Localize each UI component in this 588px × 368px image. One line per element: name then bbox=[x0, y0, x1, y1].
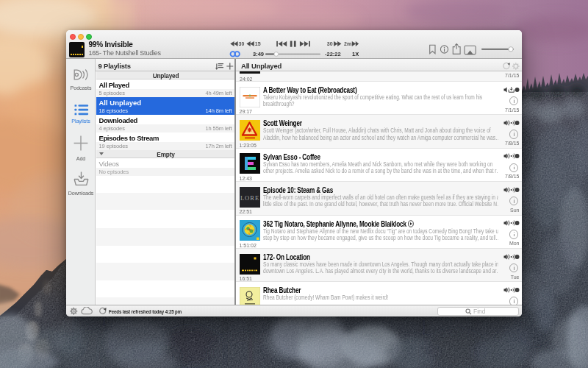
svg-text:30: 30 bbox=[327, 41, 333, 46]
svg-text:30: 30 bbox=[239, 41, 245, 46]
svg-text:1X: 1X bbox=[352, 51, 359, 57]
svg-text:3:49: 3:49 bbox=[253, 51, 264, 57]
svg-text:2m: 2m bbox=[344, 41, 351, 46]
svg-text:15: 15 bbox=[255, 41, 261, 46]
svg-text:-22:22: -22:22 bbox=[325, 51, 341, 57]
svg-text:LORE: LORE bbox=[240, 194, 259, 202]
